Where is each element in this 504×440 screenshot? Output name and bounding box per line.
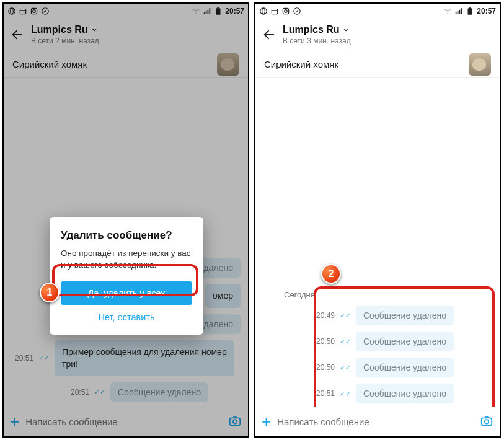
dialog-title: Удалить сообщение? bbox=[61, 229, 192, 242]
deleted-bubble: Сообщение удалено bbox=[356, 306, 454, 325]
add-button[interactable]: + bbox=[262, 412, 271, 431]
opera-icon bbox=[259, 7, 268, 15]
msg-time: 20:50 bbox=[312, 363, 335, 372]
wifi-icon bbox=[443, 7, 452, 15]
msg-time: 20:51 bbox=[312, 389, 335, 398]
svg-point-17 bbox=[447, 13, 448, 14]
step-badge-1: 1 bbox=[40, 283, 60, 302]
svg-rect-3 bbox=[31, 8, 37, 14]
chat-body: Сегодня 20:49 ✓✓ Сообщение удалено 20:50… bbox=[255, 78, 500, 407]
phone-right: 20:57 Lumpics Ru В сети 3 мин. назад Сир… bbox=[254, 2, 501, 438]
pinned-bar[interactable]: Сирийский хомяк bbox=[255, 51, 500, 78]
instagram-icon bbox=[281, 7, 290, 15]
pinned-text: Сирийский хомяк bbox=[264, 59, 338, 69]
svg-point-21 bbox=[485, 420, 489, 423]
svg-rect-14 bbox=[283, 8, 288, 14]
avatar bbox=[217, 53, 239, 76]
msg-time: 20:50 bbox=[312, 337, 335, 346]
svg-point-5 bbox=[42, 8, 49, 15]
pinned-bar[interactable]: Сирийский хомяк bbox=[4, 51, 248, 78]
add-button[interactable]: + bbox=[10, 412, 19, 431]
svg-point-10 bbox=[233, 420, 237, 423]
msg-time: 20:49 bbox=[312, 311, 335, 320]
svg-point-1 bbox=[11, 8, 14, 14]
signal-icon bbox=[203, 7, 211, 15]
contact-status: В сети 3 мин. назад bbox=[283, 37, 351, 45]
read-ticks-icon: ✓✓ bbox=[340, 338, 351, 346]
read-ticks-icon: ✓✓ bbox=[340, 390, 351, 398]
delete-dialog: Удалить сообщение? Оно пропадёт из переп… bbox=[50, 217, 203, 335]
svg-point-0 bbox=[9, 8, 15, 15]
step-badge-2: 2 bbox=[321, 264, 341, 284]
chat-header: Lumpics Ru В сети 3 мин. назад bbox=[255, 19, 500, 51]
svg-rect-18 bbox=[468, 8, 472, 14]
deleted-bubble: Сообщение удалено bbox=[356, 358, 454, 377]
svg-rect-9 bbox=[230, 418, 241, 425]
deleted-bubble: Сообщение удалено bbox=[356, 332, 454, 351]
svg-rect-8 bbox=[218, 7, 220, 9]
signal-icon bbox=[454, 7, 463, 15]
camera-button[interactable] bbox=[480, 414, 493, 430]
chat-header: Lumpics Ru В сети 2 мин. назад bbox=[4, 19, 248, 51]
deleted-bubble: Сообщение удалено bbox=[356, 384, 454, 403]
calendar-icon bbox=[270, 7, 279, 15]
message-input[interactable] bbox=[277, 416, 474, 427]
message-row: 20:50 ✓✓ Сообщение удалено bbox=[263, 358, 492, 377]
composer: + bbox=[255, 407, 500, 436]
dialog-text: Оно пропадёт из переписки у вас и у ваше… bbox=[61, 248, 192, 271]
shazam-icon bbox=[41, 7, 50, 15]
contact-name[interactable]: Lumpics Ru bbox=[31, 24, 99, 35]
svg-point-15 bbox=[285, 10, 288, 13]
chat-body: далено 20:50 омер далено 20:51 ✓✓ Пример… bbox=[4, 78, 248, 407]
chevron-down-icon bbox=[91, 26, 98, 33]
shazam-icon bbox=[293, 7, 301, 15]
back-button[interactable] bbox=[7, 28, 27, 42]
svg-rect-7 bbox=[216, 8, 221, 14]
svg-rect-2 bbox=[20, 9, 25, 14]
status-clock: 20:57 bbox=[225, 7, 244, 15]
day-label: Сегодня bbox=[263, 286, 492, 306]
status-bar: 20:57 bbox=[255, 4, 500, 19]
message-row: 20:50 ✓✓ Сообщение удалено bbox=[263, 332, 492, 351]
pinned-text: Сирийский хомяк bbox=[12, 59, 87, 69]
svg-point-12 bbox=[262, 8, 265, 14]
calendar-icon bbox=[19, 7, 27, 15]
read-ticks-icon: ✓✓ bbox=[340, 364, 351, 372]
message-row: 20:51 ✓✓ Сообщение удалено bbox=[263, 384, 492, 403]
composer: + bbox=[4, 407, 248, 436]
svg-rect-19 bbox=[469, 7, 472, 9]
confirm-delete-button[interactable]: Да, удалить у всех bbox=[61, 281, 192, 305]
svg-point-6 bbox=[195, 13, 197, 14]
svg-point-11 bbox=[260, 8, 267, 15]
read-ticks-icon: ✓✓ bbox=[340, 312, 351, 320]
svg-point-4 bbox=[33, 10, 36, 13]
cancel-delete-button[interactable]: Нет, оставить bbox=[61, 305, 192, 326]
back-button[interactable] bbox=[259, 28, 279, 42]
camera-button[interactable] bbox=[228, 414, 242, 430]
svg-rect-13 bbox=[272, 9, 277, 14]
status-bar: 20:57 bbox=[4, 4, 248, 19]
svg-rect-20 bbox=[482, 418, 492, 425]
instagram-icon bbox=[30, 7, 38, 15]
phone-left: 20:57 Lumpics Ru В сети 2 мин. назад Сир… bbox=[2, 2, 249, 438]
wifi-icon bbox=[192, 7, 200, 15]
contact-name[interactable]: Lumpics Ru bbox=[283, 24, 351, 35]
svg-point-16 bbox=[294, 8, 301, 15]
message-row: 20:49 ✓✓ Сообщение удалено bbox=[263, 306, 492, 325]
battery-icon bbox=[466, 7, 474, 15]
message-input[interactable] bbox=[25, 416, 222, 427]
chevron-down-icon bbox=[342, 26, 350, 33]
avatar bbox=[469, 53, 491, 76]
contact-status: В сети 2 мин. назад bbox=[31, 37, 99, 45]
opera-icon bbox=[7, 7, 16, 15]
battery-icon bbox=[214, 7, 223, 15]
status-clock: 20:57 bbox=[477, 7, 496, 15]
